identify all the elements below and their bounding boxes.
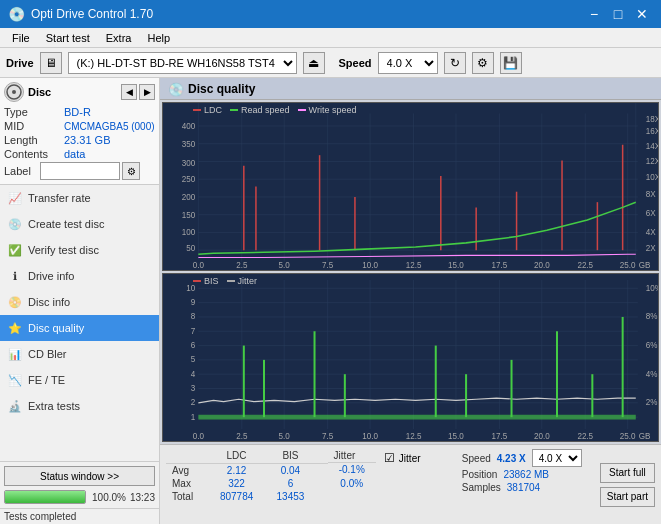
nav-verify-test-disc[interactable]: ✅ Verify test disc [0,237,159,263]
chart-bis: BIS Jitter 10 9 8 7 6 5 [162,273,659,442]
nav-disc-info[interactable]: 📀 Disc info [0,289,159,315]
minimize-button[interactable]: − [583,3,605,25]
samples-row: Samples 381704 [462,482,592,493]
position-value: 23862 MB [503,469,549,480]
total-bis: 13453 [265,490,315,503]
disc-label-btn[interactable]: ⚙ [122,162,140,180]
speed-select[interactable]: 4.0 X [378,52,438,74]
menu-start-test[interactable]: Start test [38,30,98,46]
col-ldc: LDC [208,449,265,463]
nav-disc-quality[interactable]: ⭐ Disc quality [0,315,159,341]
disc-label-row: Label ⚙ [4,162,155,180]
eject-button[interactable]: ⏏ [303,52,325,74]
progress-row: 100.0% 13:23 [4,490,155,504]
svg-text:2%: 2% [646,397,658,408]
svg-text:7: 7 [191,325,196,336]
stats-max-row: Max 322 6 0.0% [166,477,376,490]
disc-type-value: BD-R [64,106,91,118]
svg-text:50: 50 [186,244,195,253]
svg-text:8%: 8% [646,311,658,322]
menu-help[interactable]: Help [139,30,178,46]
disc-mid-row: MID CMCMAGBA5 (000) [4,120,155,132]
speed-position-section: Speed 4.23 X 4.0 X Position 23862 MB Sam… [462,449,592,520]
titlebar-controls: − □ ✕ [583,3,653,25]
jitter-checkbox-icon[interactable]: ☑ [384,451,395,465]
start-part-button[interactable]: Start part [600,487,655,507]
disc-header-icon [4,82,24,102]
drive-icon-btn[interactable]: 🖥 [40,52,62,74]
svg-text:2.5: 2.5 [236,430,247,441]
disc-panel-header: Disc ◀ ▶ [4,82,155,102]
svg-text:6%: 6% [646,339,658,350]
chart-ldc: LDC Read speed Write speed [162,102,659,271]
nav-cd-bler[interactable]: 📊 CD Bler [0,341,159,367]
stats-total-row: Total 807784 13453 [166,490,376,503]
nav-create-test-disc[interactable]: 💿 Create test disc [0,211,159,237]
panel-title: Disc quality [188,82,255,96]
svg-text:15.0: 15.0 [448,261,464,270]
fe-te-icon: 📉 [8,373,22,387]
disc-info-panel: Disc ◀ ▶ Type BD-R MID CMCMAGBA5 (000) L… [0,78,159,185]
chart1-svg: 400 350 300 250 200 150 100 50 18X 16X 1… [163,103,658,270]
progress-bar [4,490,86,504]
max-bis: 6 [265,477,315,490]
speed-label: Speed [339,57,372,69]
total-label: Total [166,490,208,503]
svg-text:20.0: 20.0 [534,261,550,270]
menubar: File Start test Extra Help [0,28,661,48]
disc-contents-row: Contents data [4,148,155,160]
svg-text:16X: 16X [646,127,658,136]
disc-label-input[interactable] [40,162,120,180]
svg-text:10.0: 10.0 [362,430,378,441]
legend-read-speed: Read speed [230,105,290,115]
disc-quality-icon: ⭐ [8,321,22,335]
svg-text:8X: 8X [646,190,656,199]
disc-mid-value: CMCMAGBA5 (000) [64,121,155,132]
nav-transfer-rate[interactable]: 📈 Transfer rate [0,185,159,211]
jitter-label: Jitter [399,453,421,464]
avg-bis: 0.04 [265,463,315,477]
disc-next-btn[interactable]: ▶ [139,84,155,100]
nav-drive-info[interactable]: ℹ Drive info [0,263,159,289]
svg-text:17.5: 17.5 [492,430,508,441]
maximize-button[interactable]: □ [607,3,629,25]
max-jitter: 0.0% [328,477,376,490]
disc-length-value: 23.31 GB [64,134,110,146]
refresh-button[interactable]: ↻ [444,52,466,74]
settings-button[interactable]: ⚙ [472,52,494,74]
titlebar-title: 💿 Opti Drive Control 1.70 [8,6,153,22]
svg-text:150: 150 [182,211,196,220]
stats-table: LDC BIS Jitter Avg 2.12 0.04 -0.1% [166,449,376,503]
nav-fe-te[interactable]: 📉 FE / TE [0,367,159,393]
close-button[interactable]: ✕ [631,3,653,25]
start-buttons: Start full Start part [600,449,655,520]
stats-speed-select[interactable]: 4.0 X [532,449,582,467]
app-title: Opti Drive Control 1.70 [31,7,153,21]
drive-select[interactable]: (K:) HL-DT-ST BD-RE WH16NS58 TST4 [68,52,297,74]
svg-text:8: 8 [191,311,196,322]
max-label: Max [166,477,208,490]
disc-contents-value: data [64,148,85,160]
save-button[interactable]: 💾 [500,52,522,74]
jitter-section: ☑ Jitter [384,449,454,520]
svg-text:22.5: 22.5 [577,261,593,270]
menu-file[interactable]: File [4,30,38,46]
menu-extra[interactable]: Extra [98,30,140,46]
svg-text:3: 3 [191,382,196,393]
start-full-button[interactable]: Start full [600,463,655,483]
svg-text:15.0: 15.0 [448,430,464,441]
svg-text:5: 5 [191,354,196,365]
svg-text:12.5: 12.5 [406,430,422,441]
disc-prev-btn[interactable]: ◀ [121,84,137,100]
nav-extra-tests[interactable]: 🔬 Extra tests [0,393,159,419]
svg-text:6: 6 [191,339,196,350]
svg-text:7.5: 7.5 [322,430,333,441]
drivebar: Drive 🖥 (K:) HL-DT-ST BD-RE WH16NS58 TST… [0,48,661,78]
total-ldc: 807784 [208,490,265,503]
verify-test-disc-icon: ✅ [8,243,22,257]
svg-text:12.5: 12.5 [406,261,422,270]
status-window-button[interactable]: Status window >> [4,466,155,486]
stats-table-section: LDC BIS Jitter Avg 2.12 0.04 -0.1% [166,449,376,520]
disc-info-icon: 📀 [8,295,22,309]
chart2-legend: BIS Jitter [193,276,257,286]
